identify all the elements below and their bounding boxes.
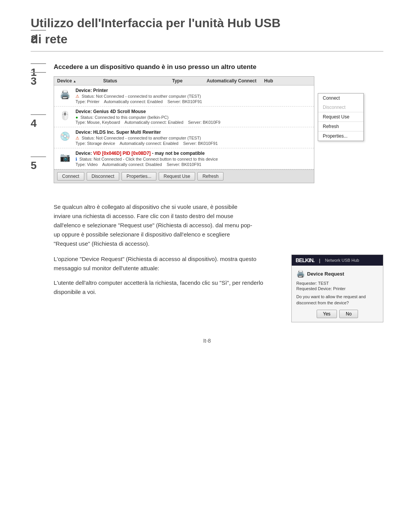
device-manager-window: Device Status Type Automatically Connect…: [54, 76, 314, 183]
device-status-vid: ℹ Status: Not Connected - Click the Conn…: [76, 157, 311, 162]
connected-icon: ●: [76, 115, 78, 120]
toolbar: Connect Disconnect Properties... Request…: [54, 169, 314, 183]
section-number-2: 2: [31, 33, 54, 45]
device-info-vid: Device: VID [0x046D] PID [0x08D7] - may …: [76, 151, 311, 167]
device-name-vid: Device: VID [0x046D] PID [0x08D7] - may …: [76, 151, 311, 156]
mouse-icon: 🖱️: [57, 109, 72, 123]
section-heading: Accedere a un dispositivo quando è in us…: [54, 63, 383, 71]
device-status-rewriter: ⚠ Status: Not Connected - connected to a…: [76, 136, 311, 141]
device-row-printer[interactable]: 🖨️ Device: Printer ⚠ Status: Not Connect…: [54, 85, 314, 107]
video-icon: 📷: [57, 151, 72, 164]
vid-text: VID [0x046D] PID [0x08D7]: [93, 151, 151, 156]
device-type-rewriter: Type: Storage device Automatically conne…: [76, 141, 311, 146]
belkin-requester: Requester: TEST: [296, 281, 378, 286]
device-info-rewriter: Device: HLDS Inc. Super Multi Rewriter ⚠…: [76, 130, 311, 146]
info-icon: ℹ: [76, 157, 77, 161]
device-type-vid: Type: Video Automatically connect: Disab…: [76, 162, 311, 167]
table-header: Device Status Type Automatically Connect…: [54, 77, 314, 85]
device-type-mouse: Type: Mouse, Keyboard Automatically conn…: [76, 120, 311, 125]
context-connect[interactable]: Connect: [318, 94, 363, 103]
lower-section: L'opzione "Device Request" (Richiesta di…: [54, 255, 383, 322]
col-status: Status: [103, 78, 172, 84]
device-status-printer: ⚠ Status: Not Connected - connected to a…: [76, 94, 311, 99]
device-row-rewriter[interactable]: 💿 Device: HLDS Inc. Super Multi Rewriter…: [54, 127, 314, 148]
belkin-header: BELKIN. | Network USB Hub: [292, 255, 383, 266]
printer-icon: 🖨️: [57, 88, 72, 102]
not-connected-icon-2: ⚠: [76, 136, 79, 140]
section-number-3: 3: [31, 75, 54, 87]
device-name-mouse: Device: Genius 4D Scroll Mouse: [76, 109, 311, 114]
device-row-vid[interactable]: 📷 Device: VID [0x046D] PID [0x08D7] - ma…: [54, 148, 314, 169]
context-refresh[interactable]: Refresh: [318, 122, 363, 131]
col-type: Type: [172, 78, 207, 84]
rewriter-icon: 💿: [57, 130, 72, 143]
page-number: It-8: [31, 338, 383, 344]
belkin-requested-device: Requested Device: Printer: [296, 286, 378, 291]
belkin-device-request-title: 🖨️ Device Request: [296, 269, 378, 278]
lower-para-2: L'utente dell'altro computer accetterà l…: [54, 278, 280, 297]
belkin-printer-icon: 🖨️: [296, 269, 305, 278]
belkin-logo: BELKIN.: [296, 257, 314, 263]
belkin-separator: |: [319, 258, 320, 263]
col-device[interactable]: Device: [57, 78, 103, 84]
belkin-subtitle: Network USB Hub: [325, 258, 359, 263]
device-info-printer: Device: Printer ⚠ Status: Not Connected …: [76, 88, 311, 104]
context-disconnect[interactable]: Disconnect: [318, 103, 363, 112]
toolbar-refresh-btn[interactable]: Refresh: [197, 172, 223, 181]
page-title: Utilizzo dell'Interfaccia per l'unità Hu…: [31, 15, 383, 52]
belkin-yes-button[interactable]: Yes: [317, 310, 337, 318]
col-auto: Automatically Connect: [207, 78, 264, 84]
toolbar-properties-btn[interactable]: Properties...: [122, 172, 156, 181]
context-request-use[interactable]: Request Use: [318, 112, 363, 122]
body-paragraph: Se qualcun altro è collegato al disposit…: [54, 202, 253, 248]
device-status-mouse: ● Status: Connected to this computer (be…: [76, 115, 311, 120]
toolbar-request-use-btn[interactable]: Request Use: [159, 172, 195, 181]
lower-para-1: L'opzione "Device Request" (Richiesta di…: [54, 255, 280, 273]
belkin-buttons: Yes No: [296, 310, 378, 318]
belkin-question: Do you want to allow the request and dis…: [296, 294, 378, 306]
lower-text-block: L'opzione "Device Request" (Richiesta di…: [54, 255, 280, 302]
device-name-printer: Device: Printer: [76, 88, 311, 93]
not-connected-icon: ⚠: [76, 94, 79, 99]
device-type-printer: Type: Printer Automatically connect: Ena…: [76, 99, 311, 104]
belkin-no-button[interactable]: No: [339, 310, 358, 318]
toolbar-disconnect-btn[interactable]: Disconnect: [87, 172, 119, 181]
col-hub: Hub: [264, 78, 287, 84]
device-row-mouse[interactable]: 🖱️ Device: Genius 4D Scroll Mouse ● Stat…: [54, 107, 314, 127]
section-number-5: 5: [31, 159, 54, 172]
toolbar-connect-btn[interactable]: Connect: [57, 172, 84, 181]
belkin-body: 🖨️ Device Request Requester: TEST Reques…: [292, 266, 383, 322]
device-name-rewriter: Device: HLDS Inc. Super Multi Rewriter: [76, 130, 311, 135]
context-properties[interactable]: Properties...: [318, 131, 363, 141]
context-menu: Connect Disconnect Request Use Refresh P…: [318, 93, 364, 141]
device-info-mouse: Device: Genius 4D Scroll Mouse ● Status:…: [76, 109, 311, 125]
belkin-dialog: BELKIN. | Network USB Hub 🖨️ Device Requ…: [291, 255, 383, 322]
section-number-4: 4: [31, 117, 54, 130]
